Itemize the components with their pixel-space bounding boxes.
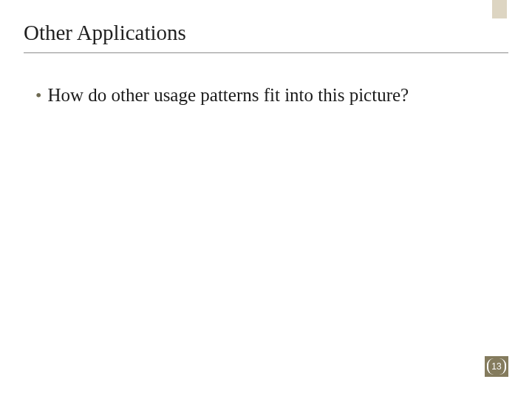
bullet-item: • How do other usage patterns fit into t… [35,83,488,107]
bullet-text: How do other usage patterns fit into thi… [47,83,409,107]
decoration-bar [492,0,507,18]
bullet-icon: • [35,83,41,107]
page-number-badge: 13 [485,356,508,377]
page-number: 13 [491,361,501,372]
page-number-frame: 13 [487,358,506,375]
slide-title: Other Applications [24,21,508,53]
slide-content: • How do other usage patterns fit into t… [35,83,488,107]
